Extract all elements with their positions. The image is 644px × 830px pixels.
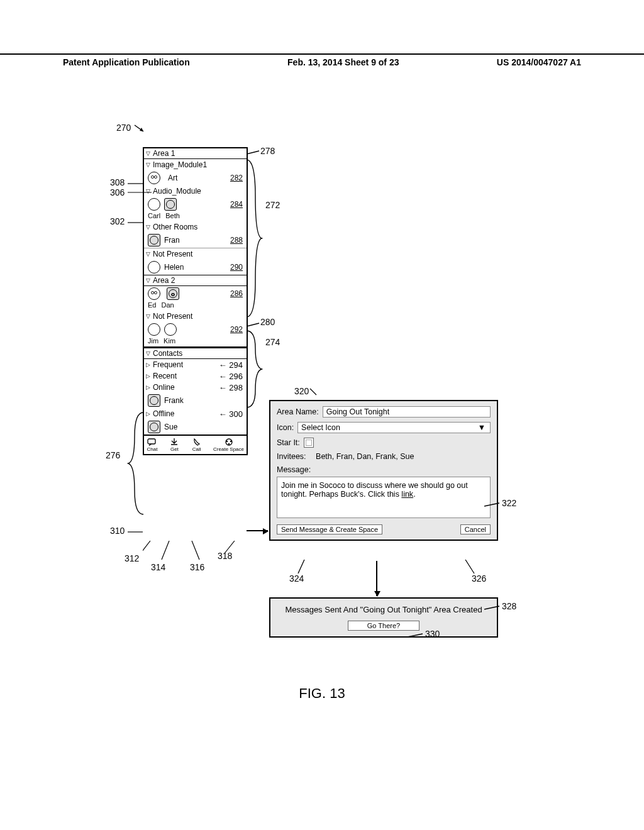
contacts-header[interactable]: ▽Contacts xyxy=(144,348,247,359)
audio-module-label: Audio_Module xyxy=(153,187,201,196)
offline-row[interactable]: ▷Offline← 300 xyxy=(144,408,247,419)
message-input[interactable]: Join me in Sococo to discuss where we sh… xyxy=(277,477,491,518)
other-rooms-row: Fran 288 xyxy=(144,233,247,248)
chat-label: Chat xyxy=(147,446,158,452)
image-module-row: Art 282 xyxy=(144,170,247,185)
ref-312: 312 xyxy=(125,553,139,563)
message-label: Message: xyxy=(277,465,491,474)
audio-module-names: CarlBeth xyxy=(144,212,247,221)
sidebar-panel: ▽Area 1 ▽Image_Module1 Art 282 ▽Audio_Mo… xyxy=(143,147,248,455)
svg-line-7 xyxy=(247,151,259,154)
icon-select[interactable]: Select Icon xyxy=(297,422,491,433)
audio-module-row: 284 xyxy=(144,197,247,212)
icon-label: Icon: xyxy=(277,423,294,432)
ref-290: 290 xyxy=(230,263,243,272)
avatar-art[interactable] xyxy=(148,172,160,184)
ref-298: ← 298 xyxy=(219,383,243,392)
figure-label: FIG. 13 xyxy=(0,685,644,702)
lead-308 xyxy=(128,181,144,186)
header-left: Patent Application Publication xyxy=(63,57,190,67)
call-label: Call xyxy=(192,446,201,452)
avatar-beth[interactable] xyxy=(164,198,177,211)
area2-section: ▽Area 2 286 EdDan ▽Not Present 292 JimKi… xyxy=(144,275,247,347)
ref-274: 274 xyxy=(265,337,280,347)
area1-header[interactable]: ▽Area 1 xyxy=(144,148,247,159)
ref-288: 288 xyxy=(230,236,243,245)
triangle-down-icon: ▽ xyxy=(146,313,150,319)
ref-320: 320 xyxy=(294,386,319,396)
avatar-fran[interactable] xyxy=(148,234,160,246)
not-present-header-1[interactable]: ▽Not Present xyxy=(144,248,247,260)
not-present-names-2: JimKim xyxy=(144,337,247,346)
call-icon xyxy=(191,438,203,446)
chat-button[interactable]: Chat xyxy=(147,438,158,452)
other-rooms-header[interactable]: ▽Other Rooms xyxy=(144,221,247,233)
svg-line-20 xyxy=(465,560,474,573)
image-module-header[interactable]: ▽Image_Module1 xyxy=(144,159,247,170)
online-row[interactable]: ▷Online← 298 xyxy=(144,382,247,393)
avatar-kim[interactable] xyxy=(164,323,177,336)
ref-314: 314 xyxy=(151,562,165,572)
svg-line-18 xyxy=(484,503,499,506)
ref-280: 280 xyxy=(260,317,275,327)
image-module-label: Image_Module1 xyxy=(153,160,207,169)
svg-line-13 xyxy=(143,541,150,557)
recent-row[interactable]: ▷Recent← 296 xyxy=(144,370,247,382)
brace-272 xyxy=(247,158,263,318)
message-link[interactable]: link xyxy=(401,490,413,499)
star-label: Star It: xyxy=(277,438,300,447)
dropdown-icon[interactable]: ▼ xyxy=(478,423,486,432)
chat-icon xyxy=(147,438,158,446)
send-button[interactable]: Send Message & Create Space xyxy=(277,524,382,534)
contacts-title: Contacts xyxy=(153,349,182,358)
cancel-button[interactable]: Cancel xyxy=(460,524,491,534)
triangle-right-icon: ▷ xyxy=(146,411,150,417)
create-space-dialog: Area Name: Going Out Tonight Icon: Selec… xyxy=(269,400,498,541)
get-button[interactable]: Get xyxy=(169,438,180,452)
invitees-label: Invitees: xyxy=(277,452,306,461)
star-checkbox[interactable] xyxy=(304,438,314,448)
ref-284: 284 xyxy=(230,200,243,209)
offline-label: Offline xyxy=(153,409,174,418)
lead-306 xyxy=(128,191,152,196)
area2-header[interactable]: ▽Area 2 xyxy=(144,275,247,286)
user-art: Art xyxy=(168,174,177,182)
star-row: Star It: xyxy=(277,438,491,448)
triangle-right-icon: ▷ xyxy=(146,373,150,379)
avatar-ed[interactable] xyxy=(148,287,160,300)
confirm-dialog: Messages Sent And "Going Out Tonight" Ar… xyxy=(269,597,498,638)
area2-names: EdDan xyxy=(144,301,247,311)
user-frank: Frank xyxy=(164,396,184,405)
ref-328: 328 xyxy=(502,601,516,611)
go-there-button[interactable]: Go There? xyxy=(348,621,419,631)
area-name-label: Area Name: xyxy=(277,407,319,416)
svg-line-15 xyxy=(192,541,199,560)
ref-286: 286 xyxy=(230,289,243,298)
ref-306: 306 xyxy=(110,187,125,197)
avatar-jim[interactable] xyxy=(148,323,160,336)
ref-318: 318 xyxy=(218,551,232,561)
avatar-sue[interactable] xyxy=(148,421,160,433)
lead-302 xyxy=(128,220,144,225)
svg-line-8 xyxy=(247,323,259,326)
not-present-label-2: Not Present xyxy=(153,312,192,321)
online-user-row: Frank xyxy=(144,393,247,408)
call-button[interactable]: Call xyxy=(191,438,203,452)
header-right: US 2014/0047027 A1 xyxy=(497,57,581,67)
avatar-frank[interactable] xyxy=(148,394,160,407)
contacts-section: ▽Contacts ▷Frequent← 294 ▷Recent← 296 ▷O… xyxy=(144,347,247,434)
audio-module-header[interactable]: ▽Audio_Module xyxy=(144,185,247,197)
svg-point-6 xyxy=(228,443,229,445)
not-present-header-2[interactable]: ▽Not Present xyxy=(144,311,247,322)
area-name-row: Area Name: Going Out Tonight xyxy=(277,406,491,418)
frequent-row[interactable]: ▷Frequent← 294 xyxy=(144,359,247,370)
ref-294: ← 294 xyxy=(219,360,243,370)
ref-296: ← 296 xyxy=(219,372,243,381)
avatar-helen[interactable] xyxy=(148,261,160,274)
invitees-value: Beth, Fran, Dan, Frank, Sue xyxy=(316,452,414,461)
brace-276 xyxy=(127,411,143,516)
area-name-input[interactable]: Going Out Tonight xyxy=(323,406,491,418)
create-space-button[interactable]: Create Space xyxy=(213,438,244,452)
avatar-dan[interactable] xyxy=(167,287,179,300)
avatar-carl[interactable] xyxy=(148,198,160,211)
